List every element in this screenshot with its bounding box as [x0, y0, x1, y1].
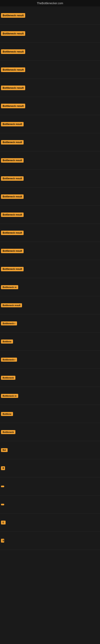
list-item[interactable]: Bottleneck result [0, 260, 100, 278]
bottleneck-badge: Bott [1, 539, 4, 542]
list-item[interactable]: Bottleneck result [0, 296, 100, 314]
list-item[interactable]: Bottleneck result [0, 61, 100, 79]
list-item[interactable]: Bottleneck result [0, 224, 100, 242]
list-item[interactable]: Bot [0, 441, 100, 459]
bottleneck-badge: Bottleneck result [1, 140, 24, 144]
list-item[interactable]: E [0, 514, 100, 532]
list-item[interactable]: Bottleneck result [0, 151, 100, 170]
list-item[interactable]: Bottleneck result [0, 242, 100, 260]
bottleneck-badge: Bottleneck result [1, 13, 25, 18]
bottleneck-badge: Bottleneck result [1, 158, 24, 162]
items-list: Bottleneck resultBottleneck resultBottle… [0, 6, 100, 550]
bottleneck-badge: Bottleneck r [1, 358, 17, 362]
list-item[interactable] [0, 496, 100, 514]
bottleneck-badge: E [1, 521, 6, 524]
bottleneck-badge: Bottleneck [1, 376, 15, 380]
bottleneck-badge: Bottleneck result [1, 303, 22, 307]
list-item[interactable]: Bottleneck result [0, 170, 100, 188]
bottleneck-badge: Bottleneck result [1, 231, 24, 235]
bottleneck-badge [1, 504, 4, 505]
list-item[interactable]: Bottleneck result [0, 115, 100, 133]
list-item[interactable]: Bottleneck result [0, 188, 100, 206]
list-item[interactable]: Bottleneck [0, 423, 100, 441]
list-item[interactable] [0, 477, 100, 496]
list-item[interactable]: Bott [0, 532, 100, 550]
list-item[interactable]: Bottleneck result [0, 43, 100, 61]
bottleneck-badge: Bot [1, 448, 8, 452]
site-title-text: TheBottlenecker.com [37, 2, 63, 5]
site-title: TheBottlenecker.com [0, 0, 100, 6]
list-item[interactable]: Bottleneck result [0, 24, 100, 43]
list-item[interactable]: Bottlene [0, 332, 100, 350]
list-item[interactable]: Bottleneck result [0, 6, 100, 24]
bottleneck-badge: Bottleneck result [1, 68, 25, 72]
bottleneck-badge: Bottleneck r [1, 322, 17, 326]
bottleneck-badge: B [1, 466, 5, 470]
bottleneck-badge: Bottleneck result [1, 176, 24, 181]
list-item[interactable]: Bottleneck r [0, 350, 100, 369]
list-item[interactable]: Bottlene [0, 405, 100, 423]
bottleneck-badge: Bottleneck [1, 430, 15, 434]
list-item[interactable]: Bottleneck re [0, 387, 100, 405]
list-item[interactable]: Bottleneck r [0, 314, 100, 332]
bottleneck-badge: Bottleneck result [1, 212, 24, 217]
list-item[interactable]: B [0, 459, 100, 477]
bottleneck-badge: Bottleneck re [1, 394, 18, 398]
list-item[interactable]: Bottleneck result [0, 97, 100, 115]
bottleneck-badge: Bottleneck result [1, 49, 25, 54]
list-item[interactable]: Bottleneck [0, 369, 100, 387]
bottleneck-badge: Bottleneck result [1, 104, 25, 108]
bottleneck-badge: Bottlene [1, 340, 13, 344]
list-item[interactable]: Bottleneck result [0, 79, 100, 97]
bottleneck-badge: Bottleneck result [1, 249, 24, 253]
list-item[interactable]: Bottleneck result [0, 133, 100, 151]
list-item[interactable]: Bottleneck result [0, 206, 100, 224]
bottleneck-badge: Bottleneck result [1, 31, 25, 36]
bottleneck-badge: Bottlene [1, 412, 13, 416]
bottleneck-badge: Bottleneck result [1, 194, 24, 199]
bottleneck-badge [1, 486, 4, 487]
bottleneck-badge: Bottleneck result [1, 267, 24, 271]
bottleneck-badge: Bottleneck re [1, 285, 18, 289]
list-item[interactable]: Bottleneck re [0, 278, 100, 296]
bottleneck-badge: Bottleneck result [1, 86, 25, 90]
bottleneck-badge: Bottleneck result [1, 122, 24, 126]
